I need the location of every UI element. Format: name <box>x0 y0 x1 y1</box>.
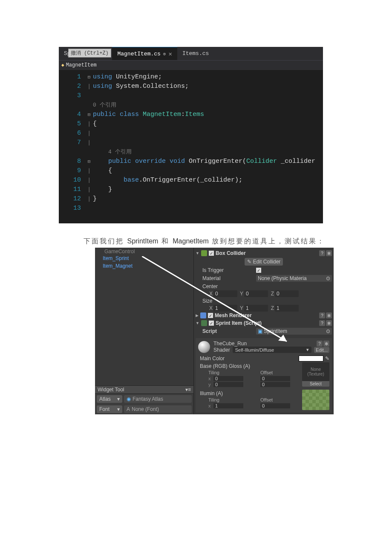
center-label: Center <box>202 283 254 289</box>
nav-bar[interactable]: ◆ MagnetItem <box>59 61 323 70</box>
font-field[interactable]: ANone (Font) <box>124 405 192 413</box>
offset-label: Offset <box>260 370 290 375</box>
tab-sprintitem[interactable]: SprintItem.cs 撤消 (Ctrl+Z) <box>59 47 112 60</box>
tiling-label: Tiling <box>208 397 243 402</box>
script-icon <box>201 320 207 326</box>
help-icon[interactable]: ? <box>319 320 325 326</box>
help-icon[interactable]: ? <box>319 312 325 318</box>
code-area[interactable]: 123 45 67 8910 111213 ⊟│⊟│││⊟││││ using … <box>59 70 323 223</box>
gear-icon[interactable]: ✻ <box>323 341 329 347</box>
material-preview-sphere <box>198 341 210 353</box>
texture-thumbnail[interactable] <box>302 390 329 410</box>
foldout-icon[interactable]: ▼ <box>196 321 199 325</box>
hierarchy-root[interactable]: GameControl <box>95 248 193 254</box>
component-title: Sprint Item (Script) <box>216 320 262 326</box>
is-trigger-label: Is Trigger <box>202 267 254 273</box>
eyedropper-icon[interactable]: ✎ <box>323 356 329 361</box>
offset-y[interactable]: 0 <box>260 382 290 387</box>
foldout-icon[interactable]: ▶ <box>196 313 199 318</box>
size-z[interactable]: 1 <box>275 305 299 312</box>
tiling-x[interactable]: 0 <box>213 376 243 381</box>
gear-icon[interactable]: ✻ <box>326 312 332 318</box>
mesh-renderer-header[interactable]: ▶ ✓ Mesh Renderer ?✻ <box>196 312 332 319</box>
caption-text: 下面我们把 SprintItem 和 MagnetItem 放到想要的道具上，测… <box>84 237 392 246</box>
component-title: Box Collider <box>216 250 246 256</box>
tab-label: MagnetItem.cs <box>117 51 160 57</box>
class-icon: ◆ <box>61 62 64 68</box>
hierarchy-item-sprint[interactable]: Item_Sprint <box>95 254 193 262</box>
shader-edit-button[interactable]: Edit... <box>314 347 329 353</box>
texture-slot-none[interactable]: None (Texture) <box>302 362 329 381</box>
shader-label: Shader <box>213 347 230 353</box>
widget-tool-title[interactable]: Widget Tool▾≡ <box>95 385 193 394</box>
widget-tool: Widget Tool▾≡ Atlas▾ ◉Fantasy Atlas Font… <box>95 385 193 414</box>
size-x[interactable]: 1 <box>213 305 237 312</box>
nav-text: MagnetItem <box>66 62 97 68</box>
tab-bar: SprintItem.cs 撤消 (Ctrl+Z) MagnetItem.cs … <box>59 47 323 61</box>
hierarchy-panel: GameControl Item_Sprint Item_Magnet Widg… <box>95 248 194 414</box>
enabled-checkbox[interactable]: ✓ <box>208 313 213 318</box>
size-label: Size <box>202 298 254 304</box>
foldout-icon[interactable]: ▼ <box>196 251 199 255</box>
component-title: Mesh Renderer <box>215 312 252 318</box>
undo-hint: 撤消 (Ctrl+Z) <box>68 49 111 58</box>
illumin-tiling-x[interactable]: 1 <box>213 403 243 408</box>
help-icon[interactable]: ? <box>317 341 323 347</box>
material-block: TheCube_Run ?✻ Shader Self-Illumin/Diffu… <box>196 338 332 413</box>
mesh-icon <box>200 312 206 318</box>
illumin-offset-x[interactable]: 0 <box>260 403 290 408</box>
gear-icon[interactable]: ✻ <box>326 320 332 326</box>
material-label: Material <box>202 275 254 281</box>
line-numbers: 123 45 67 8910 111213 <box>59 72 85 213</box>
center-x[interactable]: 0 <box>213 290 237 297</box>
help-icon[interactable]: ? <box>319 250 325 256</box>
code-editor: SprintItem.cs 撤消 (Ctrl+Z) MagnetItem.cs … <box>59 47 323 223</box>
fold-column[interactable]: ⊟│⊟│││⊟││││ <box>85 72 93 213</box>
material-name: TheCube_Run <box>213 341 247 347</box>
size-y[interactable]: 1 <box>244 305 268 312</box>
enabled-checkbox[interactable]: ✓ <box>209 321 214 326</box>
select-texture-button[interactable]: Select <box>302 381 329 387</box>
hierarchy-item-magnet[interactable]: Item_Magnet <box>95 262 193 270</box>
script-field[interactable]: ▣ SprintItem⊙ <box>256 328 332 335</box>
gear-icon[interactable]: ✻ <box>326 250 332 256</box>
illumin-label: Illumin (A) <box>198 390 300 397</box>
tiling-y[interactable]: 0 <box>213 382 243 387</box>
enabled-checkbox[interactable]: ✓ <box>209 251 214 256</box>
center-z[interactable]: 0 <box>275 290 299 297</box>
code-lines[interactable]: using UnityEngine; using System.Collecti… <box>93 72 323 213</box>
edit-collider-button[interactable]: ✎Edit Collider <box>245 258 283 266</box>
center-y[interactable]: 0 <box>244 290 268 297</box>
script-label: Script <box>202 328 254 334</box>
offset-label: Offset <box>260 397 290 402</box>
tab-items[interactable]: Items.cs <box>177 47 214 60</box>
atlas-field[interactable]: ◉Fantasy Atlas <box>124 395 192 403</box>
collider-icon <box>201 250 207 256</box>
color-swatch[interactable] <box>299 356 323 361</box>
inspector-panel: ▼ ✓ Box Collider ?✻ ✎Edit Collider Is Tr… <box>194 248 334 414</box>
box-collider-header[interactable]: ▼ ✓ Box Collider ?✻ <box>196 249 332 257</box>
main-color-label: Main Color <box>200 356 251 361</box>
base-rgb-label: Base (RGB) Gloss (A) <box>198 362 300 370</box>
shader-dropdown[interactable]: Self-Illumin/Diffuse▾ <box>233 347 311 353</box>
atlas-dropdown[interactable]: Atlas▾ <box>97 395 122 403</box>
is-trigger-checkbox[interactable]: ✓ <box>256 268 261 273</box>
material-field[interactable]: None (Physic Materia⊙ <box>256 275 332 282</box>
offset-x[interactable]: 0 <box>260 376 290 381</box>
unity-panel: GameControl Item_Sprint Item_Magnet Widg… <box>95 248 334 414</box>
tab-label: Items.cs <box>182 50 209 57</box>
tab-magnetitem[interactable]: MagnetItem.cs ⊕ ✕ <box>112 47 177 60</box>
pin-icon[interactable]: ⊕ <box>163 51 166 57</box>
close-icon[interactable]: ✕ <box>168 50 172 58</box>
sprint-script-header[interactable]: ▼ ✓ Sprint Item (Script) ?✻ <box>196 319 332 327</box>
tiling-label: Tiling <box>208 370 243 375</box>
font-dropdown[interactable]: Font▾ <box>97 405 122 413</box>
